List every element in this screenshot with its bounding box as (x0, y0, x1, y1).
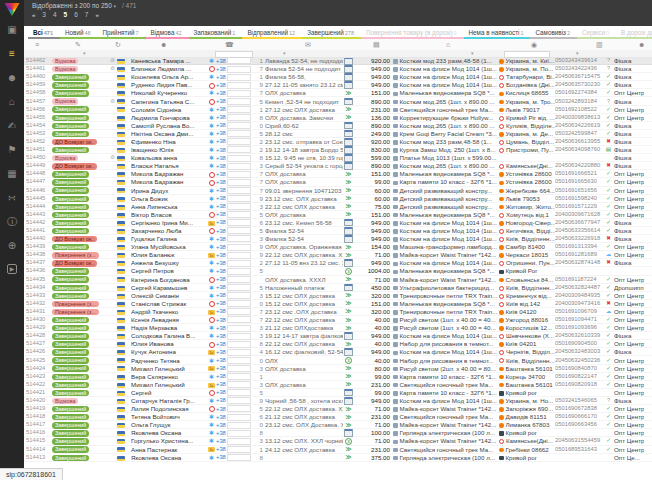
tracking-number[interactable]: 20450634220880 (555, 162, 603, 169)
comment[interactable]: 19.12 14-17 завтра фіалковий,... (265, 332, 343, 339)
table-row[interactable]: 514415 Завершений Горгулько Христина... … (24, 437, 652, 445)
customer-name[interactable]: Гуцалюк Галина (131, 235, 207, 242)
tracking-number[interactable]: 0501691281689 (555, 251, 603, 258)
status-cell[interactable]: Завершений (52, 211, 108, 219)
phone-cell[interactable]: +38 (216, 251, 254, 259)
settings-sliders-icon[interactable]: ∺ (8, 192, 16, 203)
comment[interactable]: 22.12 смс ОЛХ доставка (265, 203, 343, 210)
comment[interactable]: Серый 52-54 уехала с города (265, 162, 343, 169)
tracking-number[interactable]: 20450631554459 (555, 437, 603, 444)
customer-name[interactable]: Михаил Гилецький (131, 381, 207, 388)
tab-Сервіси[interactable]: Сервіси0 (577, 29, 616, 39)
phone-cell[interactable]: +38 (216, 146, 254, 154)
comment-filter-caret-icon[interactable]: ▾ (283, 50, 286, 57)
customer-name[interactable]: Іващенко Юлія (131, 146, 207, 153)
comment[interactable]: 19.12 14-18 завтра Бордо 56-58 (265, 146, 343, 153)
comment[interactable]: Чорний ,56-58 , хотела исключ... (265, 397, 343, 404)
customer-column-icon[interactable]: ☻ (160, 39, 167, 50)
tab-Самовивіз[interactable]: Самовивіз2 (530, 29, 577, 39)
product-cell[interactable]: Майка-корсет Waist Trainer *142... (393, 405, 499, 412)
phone-cell[interactable]: +38 (216, 259, 254, 267)
table-row[interactable]: 514431 Повернення (з... Андрій Ткаченко … (24, 308, 652, 316)
tab-Запакований[interactable]: Запакований1 (189, 29, 243, 39)
table-row[interactable]: 514449 ДО Возврат ок.. Власюк Наталья ∗ … (24, 162, 652, 170)
phone-cell[interactable]: +38 (216, 178, 254, 186)
table-row[interactable]: 514452 ДО Возврат ок.. Єфименко Ніна ∗ +… (24, 138, 652, 146)
comment[interactable]: ОЛХ доставка (265, 365, 343, 372)
tracking-number[interactable]: 20400309473416 (555, 300, 603, 307)
status-cell[interactable]: Завершений (52, 227, 108, 235)
comment[interactable]: ОЛХ доставка (265, 381, 343, 388)
status-cell[interactable]: Завершений (52, 267, 108, 275)
table-row[interactable]: 514425 Завершений Радченко Тетяна ∗ +38 … (24, 356, 652, 364)
status-cell[interactable]: Завершений (52, 219, 108, 227)
table-row[interactable]: 514416 Завершений Яковлева Оксана ∗ +38 … (24, 429, 652, 437)
tracking-number[interactable]: 0503243439614 (555, 57, 603, 64)
comment[interactable]: 27.12 смс ОЛХ доставка (265, 106, 343, 113)
table-row[interactable]: 514419 Завершений Лилия Подолинская +38 … (24, 405, 652, 413)
product-cell[interactable]: Костюм на флисе Мод 1014 (1ш... (393, 219, 499, 226)
tab-Нема в наявності[interactable]: Нема в наявності1 (464, 29, 531, 39)
tracking-number[interactable]: 20450636677947 (555, 219, 603, 226)
comment[interactable]: 27.12 11-05 внз 23.12 смс. 19... (265, 259, 343, 266)
tracking-number[interactable]: 0501690904500 (555, 340, 603, 347)
product-cell[interactable]: Рисуй светом (1шт. х 40.00 = 40... (393, 324, 499, 331)
customer-name[interactable]: Анна Липенська (131, 203, 207, 210)
customer-name[interactable]: Ольга Божик (131, 195, 207, 202)
tab-В дорозі додому[interactable]: В дорозі додому0 (616, 29, 652, 39)
customer-name[interactable]: Людмила Гончарова (131, 114, 207, 121)
tracking-number[interactable]: 20450632483003 (555, 348, 603, 355)
phone-filter-input[interactable] (215, 51, 253, 58)
comment[interactable]: Фиалка 52-54 (265, 227, 343, 234)
status-cell[interactable]: Завершений (52, 405, 108, 413)
customer-name[interactable]: Близнюк Людмила ... (131, 65, 207, 72)
product-cell[interactable]: Костюм на флисе Мод 1014 (1ш... (393, 397, 499, 404)
product-cell[interactable]: Костюм на флисе Мод 1014 (1ш... (393, 227, 499, 234)
status-cell[interactable]: Завершений (52, 445, 108, 453)
analytics-icon[interactable]: ▦ (7, 168, 16, 179)
customer-name[interactable]: Самотій Руслана Во... (131, 122, 207, 129)
table-row[interactable]: 514438 Повернення (з... Юлия Баланюк 1c … (24, 251, 652, 259)
customer-name[interactable]: Микола Бадражан (131, 170, 207, 177)
range-caret-icon[interactable]: ▾ (114, 3, 117, 9)
product-cell[interactable]: Куртка Замш Мод. 250 (1шт. х 8... (393, 146, 499, 153)
customer-name[interactable]: Кошелева Ольга Ар... (131, 73, 207, 80)
tracking-number[interactable]: 20450632824487 (555, 284, 603, 291)
status-cell[interactable]: Завершений (52, 364, 108, 372)
table-row[interactable]: 514435 Завершений Катерина Богданова +38… (24, 276, 652, 284)
product-cell[interactable]: Детский развивающий констру... (393, 195, 499, 202)
status-cell[interactable]: Завершений (52, 340, 108, 348)
customer-name[interactable]: Лилия Подолинская (131, 405, 207, 412)
product-cell[interactable]: Карта памяти 10 класс - 32Гб *1... (393, 373, 499, 380)
tracking-number[interactable]: 0501691094471 (555, 316, 603, 323)
comment[interactable]: 15.12 смс ОЛХ доставка (265, 300, 343, 307)
tracking-number[interactable]: 0501690820918 (555, 381, 603, 388)
phone-cell[interactable]: +38 (216, 275, 254, 283)
status-cell[interactable]: Повернення (з... (52, 300, 108, 308)
comment[interactable]: 16.12 смс фіалковий, 52-54 (265, 348, 343, 355)
table-row[interactable]: 514426 Завершений Кучук Антонина 1c +38 … (24, 348, 652, 356)
tracking-number[interactable]: 0501690822147 (555, 373, 603, 380)
product-cell[interactable]: Тренировочные петли TRX Train... (393, 292, 499, 299)
tab-Всі[interactable]: Всі471 (28, 29, 60, 39)
customer-name[interactable]: Улана Мусійовська (131, 243, 207, 250)
customer-name[interactable]: Ксенія Левадняя (131, 316, 207, 323)
phone-cell[interactable]: +38 (216, 307, 254, 315)
product-cell[interactable]: Рисуй светом (2шт. х 40.00 = 80... (393, 365, 499, 372)
tracking-number[interactable]: 0501691313394 (555, 243, 603, 250)
phone-cell[interactable]: +38 (216, 65, 254, 73)
tab-Прийнятий[interactable]: Прийнятий7 (98, 29, 146, 39)
status-cell[interactable]: Завершений (52, 122, 108, 130)
status-cell[interactable]: Повернення (з... (52, 308, 108, 316)
table-row[interactable]: 514459 Завершений Руденко Лидия Пав... +… (24, 81, 652, 89)
table-row[interactable]: 514456 Завершений Соломія Сідоніна ∗ +38… (24, 106, 652, 114)
table-row[interactable]: 514421 Завершений Сергей +38 5 99.00 Кар… (24, 389, 652, 397)
status-cell[interactable]: Відмова (52, 154, 108, 162)
product-cell[interactable]: Костюм мод.265 (1шт. х 890.00 ... (393, 122, 499, 129)
product-cell[interactable]: Светящийся гоночный трек Ма... (393, 446, 499, 453)
product-cell[interactable]: Крем Goqi Berry Facial Cream *3... (393, 130, 499, 137)
table-row[interactable]: 514413 Завершений Яковлева Оксана ∗ +38 … (24, 454, 652, 462)
status-cell[interactable]: Завершений (52, 389, 108, 397)
comment[interactable]: 28.12 смс (265, 130, 343, 137)
table-row[interactable]: 514420 Відмова Ситарчук Наталія Гр... ∗ … (24, 397, 652, 405)
